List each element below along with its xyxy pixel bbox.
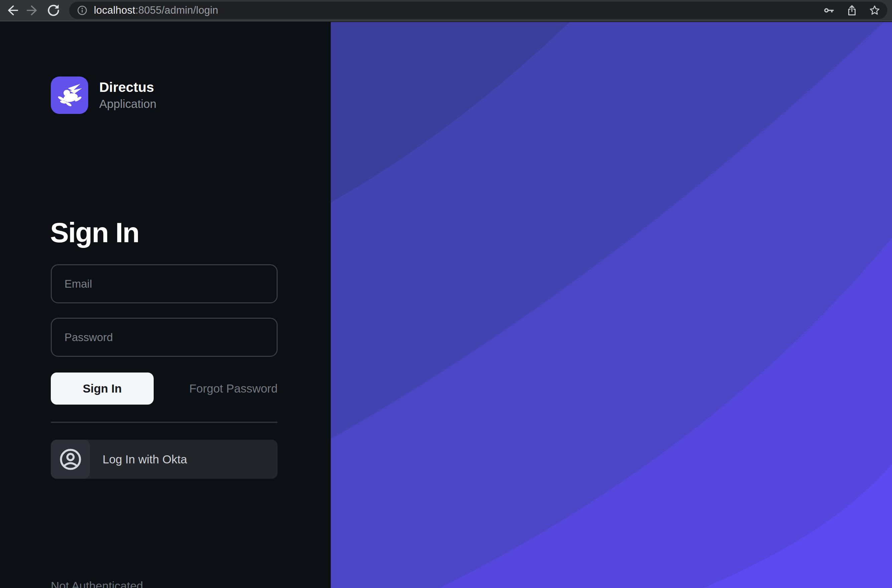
sign-in-button-label: Sign In xyxy=(83,382,122,395)
url-text: localhost:8055/admin/login xyxy=(94,4,218,16)
url-bar[interactable]: localhost:8055/admin/login xyxy=(69,2,888,19)
forward-button[interactable] xyxy=(25,3,40,18)
okta-icon-cell xyxy=(51,440,90,479)
artwork-panel xyxy=(331,22,892,588)
refresh-icon xyxy=(46,3,61,18)
actions-row: Sign In Forgot Password xyxy=(51,372,277,405)
brand-subtitle: Application xyxy=(99,97,156,111)
bookmark-button[interactable] xyxy=(868,3,881,18)
back-button[interactable] xyxy=(4,3,19,18)
key-icon xyxy=(823,4,835,17)
url-path: :8055/admin/login xyxy=(135,4,218,16)
directus-logo xyxy=(51,76,88,114)
share-icon xyxy=(846,4,858,17)
url-host: localhost xyxy=(94,4,135,16)
status-text: Not Authenticated xyxy=(51,579,143,588)
divider xyxy=(51,422,277,423)
artwork-stripes xyxy=(331,22,892,588)
omnibox-trailing-icons xyxy=(823,3,881,18)
forgot-password-link[interactable]: Forgot Password xyxy=(189,382,277,395)
info-icon[interactable] xyxy=(77,5,87,15)
refresh-button[interactable] xyxy=(46,3,61,18)
back-icon xyxy=(4,3,19,18)
sign-in-button[interactable]: Sign In xyxy=(51,372,154,405)
directus-rabbit-icon xyxy=(57,82,82,108)
email-field[interactable] xyxy=(51,264,277,303)
password-field[interactable] xyxy=(51,318,277,357)
star-icon xyxy=(868,4,881,17)
okta-login-label: Log In with Okta xyxy=(103,453,187,466)
browser-toolbar: localhost:8055/admin/login xyxy=(0,0,892,21)
brand-text: Directus Application xyxy=(99,80,156,111)
login-panel: Directus Application Sign In Sign In For… xyxy=(0,22,331,588)
page-title: Sign In xyxy=(50,219,139,246)
browser-window: localhost:8055/admin/login xyxy=(0,0,892,588)
brand-name: Directus xyxy=(99,80,156,95)
person-circle-icon xyxy=(58,447,82,471)
forward-icon xyxy=(25,3,40,18)
brand-block: Directus Application xyxy=(51,76,156,114)
okta-login-button[interactable]: Log In with Okta xyxy=(51,440,277,479)
share-button[interactable] xyxy=(845,3,859,18)
password-manager-button[interactable] xyxy=(823,3,836,18)
